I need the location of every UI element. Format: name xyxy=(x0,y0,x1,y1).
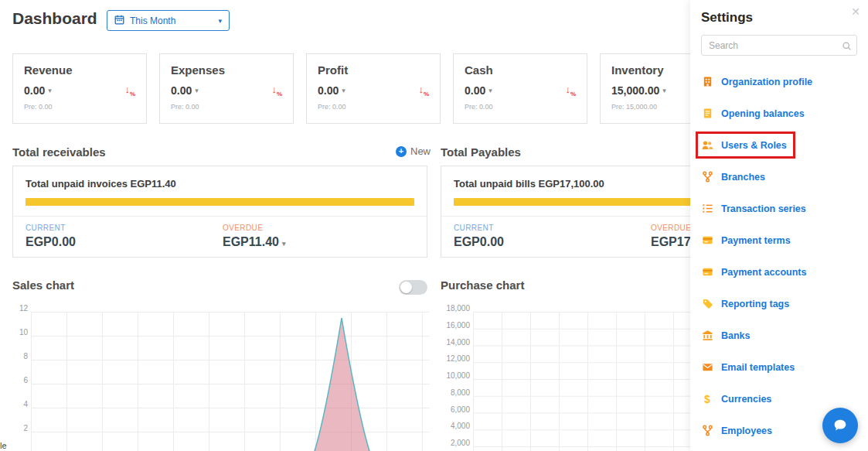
sales-chart-toggle[interactable] xyxy=(399,280,427,295)
y-tick: 10,000 xyxy=(439,371,470,388)
envelope-icon xyxy=(701,361,713,374)
settings-item-label: Transaction series xyxy=(721,203,806,214)
settings-item-label: Currencies xyxy=(721,394,771,405)
settings-search-input[interactable] xyxy=(701,35,857,56)
trend-down-icon: ↓% xyxy=(271,84,282,97)
settings-menu: Organization profile Opening balances Us… xyxy=(690,66,868,446)
y-tick: 14,000 xyxy=(439,338,470,355)
chevron-down-icon[interactable]: ▾ xyxy=(342,87,345,94)
kpi-name: Cash xyxy=(465,63,576,77)
kpi-previous-value: Pre: 0.00 xyxy=(24,103,135,111)
credit-card-icon xyxy=(701,266,713,278)
trend-down-icon: ↓% xyxy=(418,84,429,97)
kpi-name: Revenue xyxy=(24,63,135,77)
y-tick: 2,000 xyxy=(439,439,470,451)
numbered-list-icon xyxy=(701,203,713,215)
kpi-name: Expenses xyxy=(171,63,282,77)
y-tick: 12 xyxy=(9,304,28,328)
kpi-previous-value: Pre: 0.00 xyxy=(465,103,576,111)
trend-down-icon: ↓% xyxy=(565,84,576,97)
settings-item-payment-accounts[interactable]: Payment accounts xyxy=(690,256,868,288)
y-tick: 4,000 xyxy=(439,422,470,439)
settings-item-label: Banks xyxy=(721,330,751,341)
y-tick: 6,000 xyxy=(439,405,470,422)
kpi-value: 15,000.00 xyxy=(611,84,659,97)
settings-item-label: Email templates xyxy=(721,362,795,373)
kpi-previous-value: Pre: 0.00 xyxy=(318,103,429,111)
building-icon xyxy=(701,76,713,88)
chevron-down-icon[interactable]: ▾ xyxy=(48,87,52,94)
period-filter-label: This Month xyxy=(130,15,175,26)
calendar-icon xyxy=(114,14,124,28)
chevron-down-icon: ▾ xyxy=(218,17,222,25)
settings-item-opening-balances[interactable]: Opening balances xyxy=(690,97,868,129)
settings-item-label: Payment accounts xyxy=(721,267,806,278)
y-tick: 10 xyxy=(9,328,28,352)
settings-item-label: Payment terms xyxy=(721,235,791,246)
sales-chart-title: Sales chart xyxy=(12,278,74,292)
branch-icon xyxy=(701,425,713,437)
purchase-chart-title: Purchase chart xyxy=(441,278,524,292)
settings-item-payment-terms[interactable]: Payment terms xyxy=(690,224,868,256)
payables-section-title: Total Payables xyxy=(441,145,521,159)
settings-item-transaction-series[interactable]: Transaction series xyxy=(690,193,868,224)
overdue-label: OVERDUE xyxy=(223,224,285,232)
kpi-value: 0.00 xyxy=(318,84,339,97)
kpi-previous-value: Pre: 0.00 xyxy=(171,103,282,111)
users-icon xyxy=(701,139,713,152)
y-tick: 2 xyxy=(9,424,28,448)
settings-item-branches[interactable]: Branches xyxy=(690,161,868,193)
close-icon[interactable]: ✕ xyxy=(851,5,860,18)
chevron-down-icon[interactable]: ▾ xyxy=(488,87,492,94)
branch-icon xyxy=(701,171,713,183)
y-tick: 6 xyxy=(9,376,28,400)
receivables-section-title: Total receivables xyxy=(12,145,106,159)
settings-item-label: Reporting tags xyxy=(721,299,789,309)
period-filter-dropdown[interactable]: This Month ▾ xyxy=(107,10,230,31)
clipped-edge-text: le xyxy=(0,441,7,450)
ledger-icon xyxy=(701,108,713,120)
chevron-down-icon[interactable]: ▾ xyxy=(282,240,286,248)
bank-icon xyxy=(701,330,713,342)
kpi-card-revenue: Revenue 0.00 ▾ ↓% Pre: 0.00 xyxy=(12,53,147,124)
y-tick: 8 xyxy=(9,352,28,376)
settings-item-reporting-tags[interactable]: Reporting tags xyxy=(690,288,868,319)
kpi-value: 0.00 xyxy=(465,84,485,97)
y-tick: 18,000 xyxy=(439,304,470,321)
new-receivable-button[interactable]: + New xyxy=(396,145,431,157)
settings-item-users-roles[interactable]: Users & Roles xyxy=(690,129,868,161)
y-tick: 16,000 xyxy=(439,321,470,338)
dollar-icon: $ xyxy=(701,393,713,405)
kpi-value: 0.00 xyxy=(24,84,45,97)
settings-panel-title: Settings xyxy=(690,0,868,26)
toggle-knob xyxy=(400,282,412,293)
search-icon xyxy=(842,40,852,54)
settings-item-email-templates[interactable]: Email templates xyxy=(690,351,868,383)
settings-panel: Settings ✕ Organization profile Opening … xyxy=(690,0,868,451)
plus-icon: + xyxy=(396,146,407,157)
new-button-label: New xyxy=(410,145,431,157)
settings-item-label: Branches xyxy=(721,172,765,183)
chevron-down-icon[interactable]: ▾ xyxy=(195,87,199,94)
settings-item-organization-profile[interactable]: Organization profile xyxy=(690,66,868,97)
chat-widget-button[interactable] xyxy=(822,408,858,443)
chevron-down-icon[interactable]: ▾ xyxy=(662,87,666,94)
settings-item-label: Employees xyxy=(721,425,772,436)
y-tick: 8,000 xyxy=(439,388,470,405)
kpi-card-row: Revenue 0.00 ▾ ↓% Pre: 0.00 Expenses 0.0… xyxy=(12,53,734,124)
current-value: EGP0.00 xyxy=(454,235,651,249)
y-tick: 4 xyxy=(9,400,28,424)
current-value: EGP0.00 xyxy=(26,235,223,249)
settings-item-banks[interactable]: Banks xyxy=(690,319,868,351)
current-label: CURRENT xyxy=(454,224,651,232)
sales-chart-plot xyxy=(31,312,430,451)
current-label: CURRENT xyxy=(26,224,223,232)
kpi-card-profit: Profit 0.00 ▾ ↓% Pre: 0.00 xyxy=(306,53,441,124)
page-title: Dashboard xyxy=(12,9,97,28)
trend-down-icon: ↓% xyxy=(124,84,135,97)
kpi-card-cash: Cash 0.00 ▾ ↓% Pre: 0.00 xyxy=(453,53,587,124)
purchase-chart-y-axis: 18,000 16,000 14,000 12,000 10,000 8,000… xyxy=(439,308,470,451)
y-tick: 12,000 xyxy=(439,354,470,371)
chat-icon xyxy=(832,417,849,434)
receivables-progress-bar xyxy=(26,198,414,206)
